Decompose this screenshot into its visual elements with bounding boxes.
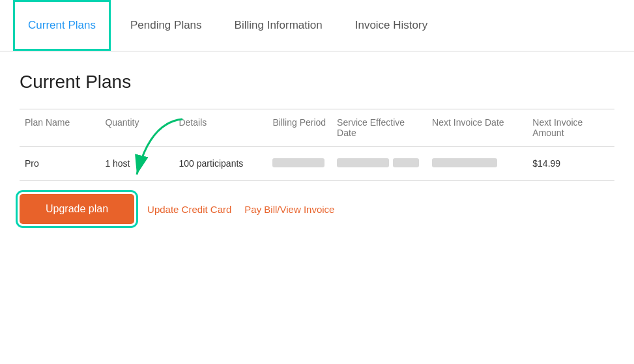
top-navigation: Current Plans Pending Plans Billing Info… (0, 0, 634, 52)
table-row: Pro 1 host 100 participants (20, 147, 614, 181)
col-header-billing-period: Billing Period (267, 109, 332, 147)
main-content: Current Plans Plan Name Quantity Details… (0, 52, 634, 244)
update-credit-card-link[interactable]: Update Credit Card (147, 204, 231, 215)
col-header-next-invoice-amount: Next Invoice Amount (527, 109, 614, 147)
cell-details: 100 participants (173, 147, 267, 181)
tab-pending-plans[interactable]: Pending Plans (117, 0, 215, 51)
tab-current-plans[interactable]: Current Plans (13, 0, 111, 51)
cell-next-invoice-date (427, 147, 527, 181)
tab-invoice-history[interactable]: Invoice History (342, 0, 440, 51)
tab-billing-information[interactable]: Billing Information (222, 0, 336, 51)
cell-billing-period (267, 147, 332, 181)
redacted-service-1 (337, 158, 389, 167)
col-header-details: Details (173, 109, 267, 147)
cell-next-invoice-amount: $14.99 (527, 147, 614, 181)
page-title: Current Plans (20, 72, 614, 92)
amount-value: $14.99 (532, 158, 560, 169)
upgrade-plan-button[interactable]: Upgrade plan (20, 194, 134, 224)
redacted-billing-1 (272, 158, 324, 167)
col-header-service-effective-date: Service Effective Date (332, 109, 427, 147)
cell-plan-name: Pro (20, 147, 100, 181)
service-date-redacted (337, 158, 422, 167)
col-header-plan-name: Plan Name (20, 109, 100, 147)
col-header-quantity: Quantity (100, 109, 173, 147)
cell-service-effective-date (332, 147, 427, 181)
billing-period-redacted (272, 158, 326, 167)
table-header-row: Plan Name Quantity Details Billing Perio… (20, 109, 614, 147)
pay-bill-link[interactable]: Pay Bill/View Invoice (244, 204, 334, 215)
cell-quantity: 1 host (100, 147, 173, 181)
redacted-date-1 (432, 158, 497, 167)
redacted-service-2 (393, 158, 419, 167)
plans-table: Plan Name Quantity Details Billing Perio… (20, 109, 614, 181)
bottom-actions: Upgrade plan Update Credit Card Pay Bill… (20, 194, 614, 224)
col-header-next-invoice-date: Next Invoice Date (427, 109, 527, 147)
next-date-redacted (432, 158, 522, 167)
